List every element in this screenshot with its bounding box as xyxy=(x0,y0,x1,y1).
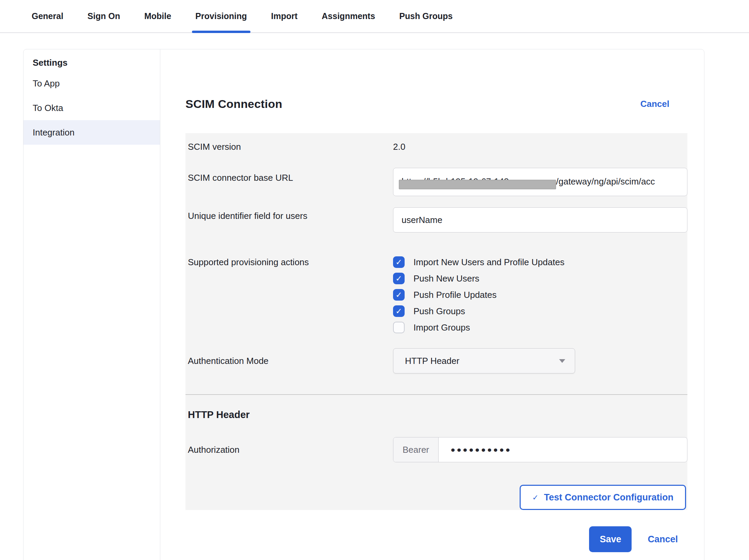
check-icon: ✓ xyxy=(395,275,402,283)
check-icon: ✓ xyxy=(395,291,402,299)
cancel-link-bottom[interactable]: Cancel xyxy=(648,534,678,545)
tab-mobile[interactable]: Mobile xyxy=(141,0,175,32)
tab-assignments[interactable]: Assignments xyxy=(318,0,378,32)
checkbox-label: Import Groups xyxy=(413,322,470,333)
checkbox-row-import-new-users-and-profile-updates: ✓Import New Users and Profile Updates xyxy=(393,254,687,270)
base-url-label: SCIM connector base URL xyxy=(188,168,393,183)
checkbox-label: Push New Users xyxy=(413,273,479,284)
checkbox-label: Push Profile Updates xyxy=(413,290,496,300)
scim-version-row: SCIM version 2.0 xyxy=(185,141,687,153)
provisioning-actions-row: Supported provisioning actions ✓Import N… xyxy=(185,254,687,336)
checkbox-label: Push Groups xyxy=(413,306,465,317)
page-title: SCIM Connection xyxy=(185,97,282,111)
provisioning-actions-label: Supported provisioning actions xyxy=(188,254,393,268)
provisioning-settings-card: Settings To AppTo OktaIntegration SCIM C… xyxy=(23,49,704,560)
authentication-mode-value: HTTP Header xyxy=(405,356,459,366)
check-icon: ✓ xyxy=(395,258,402,266)
checkbox-import-new-users-and-profile-updates[interactable]: ✓ xyxy=(393,256,405,268)
check-icon: ✓ xyxy=(395,307,402,315)
checkbox-import-groups[interactable] xyxy=(393,322,405,333)
scim-settings-panel: SCIM version 2.0 SCIM connector base URL… xyxy=(185,133,687,510)
tab-bar: GeneralSign OnMobileProvisioningImportAs… xyxy=(0,0,749,33)
main-content: SCIM Connection Cancel SCIM version 2.0 … xyxy=(160,49,704,560)
checkbox-push-groups[interactable]: ✓ xyxy=(393,305,405,317)
tab-general[interactable]: General xyxy=(28,0,67,32)
base-url-row: SCIM connector base URL https://h5bd-195… xyxy=(185,168,687,196)
http-header-section-title: HTTP Header xyxy=(185,408,687,421)
checkbox-row-push-new-users: ✓Push New Users xyxy=(393,270,687,287)
bearer-prefix: Bearer xyxy=(393,437,439,462)
sidebar-items: To AppTo OktaIntegration xyxy=(23,71,160,145)
checkbox-push-new-users[interactable]: ✓ xyxy=(393,273,405,284)
tab-push-groups[interactable]: Push Groups xyxy=(396,0,456,32)
authorization-token-input[interactable]: •••••••••• xyxy=(439,437,687,462)
authentication-mode-row: Authentication Mode HTTP Header xyxy=(185,348,687,373)
footer-actions: Save Cancel xyxy=(185,526,687,552)
provisioning-actions-list: ✓Import New Users and Profile Updates✓Pu… xyxy=(393,254,687,336)
checkbox-label: Import New Users and Profile Updates xyxy=(413,257,565,268)
authorization-input-group: Bearer •••••••••• xyxy=(393,437,687,462)
authorization-row: Authorization Bearer •••••••••• xyxy=(185,437,687,462)
checkbox-row-push-profile-updates: ✓Push Profile Updates xyxy=(393,287,687,303)
test-connector-configuration-button[interactable]: ✓ Test Connector Configuration xyxy=(520,485,686,510)
authentication-mode-select[interactable]: HTTP Header xyxy=(393,348,575,373)
save-button[interactable]: Save xyxy=(589,526,632,552)
authorization-label: Authorization xyxy=(188,444,393,455)
sidebar-item-integration[interactable]: Integration xyxy=(23,120,160,145)
scim-version-value: 2.0 xyxy=(393,142,687,152)
main-header: SCIM Connection Cancel xyxy=(185,97,687,111)
checkbox-row-import-groups: Import Groups xyxy=(393,319,687,336)
base-url-input[interactable]: https://h5bd-195-19-67-148/gateway/ng/ap… xyxy=(393,168,687,196)
tab-provisioning[interactable]: Provisioning xyxy=(192,0,250,32)
tab-import[interactable]: Import xyxy=(268,0,301,32)
sidebar-item-to-app[interactable]: To App xyxy=(23,71,160,96)
cancel-link-top[interactable]: Cancel xyxy=(640,99,669,109)
scim-version-label: SCIM version xyxy=(188,141,393,153)
unique-identifier-input[interactable]: userName xyxy=(393,207,687,233)
checkbox-row-push-groups: ✓Push Groups xyxy=(393,303,687,319)
settings-sidebar: Settings To AppTo OktaIntegration xyxy=(23,49,160,560)
redaction-bar xyxy=(399,180,556,189)
sidebar-item-to-okta[interactable]: To Okta xyxy=(23,96,160,120)
checkbox-push-profile-updates[interactable]: ✓ xyxy=(393,289,405,301)
test-connector-row: ✓ Test Connector Configuration xyxy=(185,485,687,510)
check-icon: ✓ xyxy=(532,493,538,502)
sidebar-title: Settings xyxy=(23,54,160,71)
dropdown-arrow-icon xyxy=(559,359,565,363)
section-divider xyxy=(185,394,687,395)
authentication-mode-label: Authentication Mode xyxy=(188,355,393,367)
tab-sign-on[interactable]: Sign On xyxy=(84,0,124,32)
unique-identifier-label: Unique identifier field for users xyxy=(188,207,393,222)
unique-identifier-row: Unique identifier field for users userNa… xyxy=(185,207,687,233)
